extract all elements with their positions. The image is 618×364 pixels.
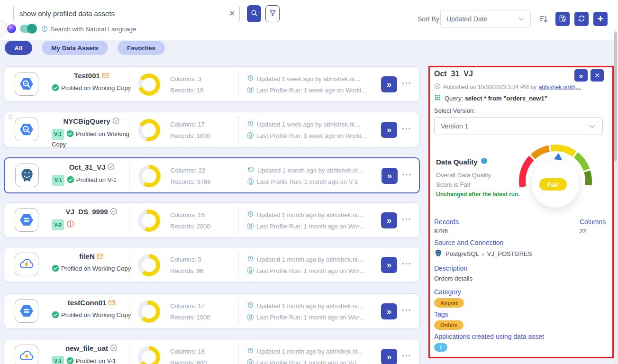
columns-count: Columns: 17 [170, 300, 210, 312]
search-button[interactable] [247, 5, 261, 22]
dq-note: Unchanged after the latest run. [436, 191, 520, 198]
published-text: Published on 10/30/2023 3:34 PM by [443, 84, 536, 91]
profile-run-text: Last Profile Run: 1 month ago on Wor… [256, 314, 365, 321]
records-count: Records: 96 [170, 265, 203, 277]
profile-donut [138, 119, 160, 141]
more-menu-icon[interactable]: ⋯ [401, 77, 412, 89]
columns-count: Columns: 17 [170, 119, 210, 130]
info-icon[interactable] [41, 26, 48, 34]
clear-search-icon[interactable]: ✕ [225, 9, 239, 18]
search-box[interactable]: ✕ [13, 5, 240, 22]
more-menu-icon[interactable]: ⋯ [401, 123, 412, 134]
favorite-star-icon[interactable]: ☆ [7, 113, 13, 120]
updated-text: Updated 1 month ago by abhishek.ni… [257, 167, 364, 174]
sort-dropdown-value: Updated Date [441, 15, 517, 23]
collapsed-edge-handle[interactable] [0, 21, 8, 36]
asset-card-nycbigquery[interactable]: ☆ NYCBigQuery V-1Profiled on Working Cop… [4, 112, 420, 147]
ai-orb-icon [7, 24, 16, 33]
gauge-pointer-icon [554, 153, 563, 160]
tab-all[interactable]: All [5, 41, 32, 55]
history-icon [247, 166, 254, 174]
updated-text: Updated 1 week ago by abhishek.ni… [257, 121, 361, 128]
postgresql-icon [15, 164, 39, 187]
profiled-status: Profiled on V-1 [76, 357, 116, 364]
asset-card-vj-ds-9999[interactable]: VJ_DS_9999 V-3 Columns: 16Records: 2000 … [4, 202, 420, 238]
asset-card-oct-31-vj[interactable]: Oct_31_VJ V-1Profiled on V-1 Columns: 22… [4, 157, 420, 193]
published-by-link[interactable]: abhishek.nirkh… [539, 84, 581, 91]
expand-asset-button[interactable]: » [381, 122, 397, 138]
query-text: select * from "orders_new1" [465, 95, 547, 102]
filter-button[interactable] [265, 5, 280, 22]
expand-asset-button[interactable]: » [381, 349, 397, 364]
save-search-button[interactable] [555, 12, 570, 26]
asset-card-new-file-uat[interactable]: new_file_uat V-1Profiled on V-1 Columns:… [4, 339, 420, 364]
sort-order-icon[interactable] [538, 14, 549, 24]
asset-name: new_file_uat [65, 344, 108, 352]
asset-card-testconn01[interactable]: testConn01 Profiled on Working Copy Colu… [4, 293, 420, 329]
tab-favorites[interactable]: Favorites [118, 41, 165, 55]
profiled-check-icon [52, 264, 59, 274]
expand-asset-button[interactable]: » [381, 76, 397, 92]
records-count: Records: 10 [170, 85, 203, 96]
profile-donut [138, 73, 160, 96]
breadcrumb-chevron-icon: › [482, 250, 484, 258]
scrollbar-thumb[interactable] [614, 32, 617, 161]
panel-expand-button[interactable]: » [574, 69, 588, 82]
save-icon [558, 14, 567, 24]
gauge-score-badge: Fair [539, 178, 567, 191]
records-count: Records: 2000 [170, 221, 210, 232]
columns-label: Columns [580, 218, 606, 226]
version-badge: V-3 [52, 219, 64, 230]
columns-count: Columns: 16 [170, 209, 210, 221]
profile-donut [138, 165, 161, 187]
profile-run-text: Last Profile Run: 1 month ago on Wor… [256, 223, 365, 230]
history-icon [247, 255, 254, 264]
columns-count: Columns: 18 [170, 346, 207, 357]
version-badge: V-1 [52, 129, 64, 140]
profile-donut [138, 300, 160, 323]
profile-donut [138, 209, 160, 232]
published-check-icon [434, 83, 441, 91]
asset-card-test001[interactable]: Test001 Profiled on Working Copy Columns… [4, 66, 420, 102]
more-menu-icon[interactable]: ⋯ [401, 213, 412, 225]
expand-asset-button[interactable]: » [381, 257, 397, 273]
asset-name: NYCBigQuery [63, 117, 110, 125]
natural-language-toggle[interactable] [20, 25, 36, 33]
applications-count-badge: 1 [434, 343, 447, 352]
applications-label: Applications created using data asset [434, 333, 544, 340]
expand-asset-button[interactable]: » [382, 168, 398, 184]
sort-dropdown[interactable]: Updated Date [440, 10, 531, 27]
expand-asset-button[interactable]: » [381, 212, 397, 228]
expand-asset-button[interactable]: » [381, 303, 397, 319]
version-dropdown[interactable]: Version 1 [434, 117, 603, 135]
panel-close-button[interactable]: ✕ [591, 69, 604, 82]
info-icon[interactable] [481, 157, 488, 166]
more-menu-icon[interactable]: ⋯ [401, 350, 412, 361]
more-menu-icon[interactable]: ⋯ [402, 169, 412, 180]
records-count: Records: 1000 [170, 130, 210, 142]
asset-card-filen[interactable]: fileN Profiled on Working Copy Columns: … [4, 247, 420, 282]
updated-text: Updated 1 month ago by abhishek.ni… [257, 348, 364, 355]
category-chip: Airport [434, 298, 464, 308]
asset-name: Test001 [74, 72, 100, 80]
add-data-asset-button[interactable]: + [593, 12, 608, 26]
error-icon [66, 220, 74, 230]
cloud-upload-icon [15, 345, 38, 364]
profile-run-text: Last Profile Run: 1 month ago on V-1 [256, 359, 357, 364]
asset-name: testConn01 [68, 299, 107, 307]
check-circle-icon [110, 208, 118, 217]
more-menu-icon[interactable]: ⋯ [401, 304, 412, 316]
database-hexagon-icon [15, 208, 38, 232]
profiled-status: Profiled on Working Copy [61, 84, 131, 91]
refresh-button[interactable] [574, 12, 589, 26]
tab-my-data-assets[interactable]: My Data Assets [42, 41, 108, 55]
asset-name: fileN [79, 252, 95, 260]
more-menu-icon[interactable]: ⋯ [401, 258, 412, 269]
refresh-icon [577, 14, 586, 24]
check-circle-icon [110, 344, 118, 353]
table-grid-icon [434, 94, 441, 102]
chevron-down-icon [588, 122, 602, 131]
profiled-check-icon [67, 176, 74, 186]
profile-run-icon: ⓖ [247, 223, 254, 229]
search-input[interactable] [14, 9, 225, 18]
